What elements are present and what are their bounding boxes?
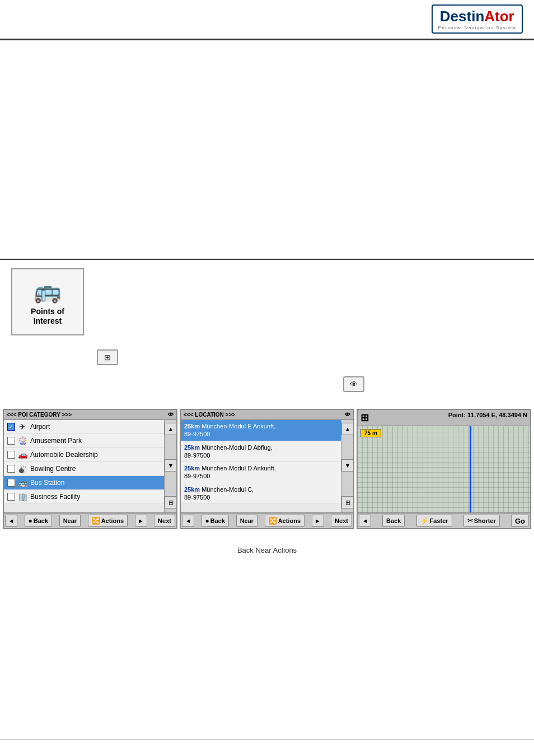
- logo-destin: Destin: [440, 8, 484, 25]
- list-item[interactable]: 🎡 Amusement Park: [4, 434, 164, 448]
- location-grid-icon[interactable]: ⊞: [341, 496, 353, 508]
- category-back-button[interactable]: ● Back: [25, 515, 53, 527]
- poi-icon-box[interactable]: 🚌 Points ofInterest: [11, 268, 84, 335]
- faster-icon: ⚡: [420, 517, 429, 525]
- category-near-button[interactable]: Near: [59, 515, 81, 527]
- map-info-bar: ⊞ Point: 11.7054 E, 48.3494 N: [358, 410, 530, 426]
- list-item[interactable]: 🚌 Bus Station: [4, 476, 164, 490]
- scroll-down-arrow[interactable]: ▼: [165, 459, 176, 472]
- loc-actions-icon: 🔀: [269, 517, 277, 525]
- list-item[interactable]: 25km München-Modul D Ankunft, 89-97500: [181, 462, 341, 483]
- three-panel-wrapper: <<< POI CATEGORY >>> 👁 ✈ Airport 🎡: [0, 409, 534, 529]
- category-actions-button[interactable]: 🔀 Actions: [88, 515, 128, 527]
- logo-ator: Ator: [484, 8, 514, 25]
- actions-icon: 🔀: [92, 517, 100, 525]
- bottom-center-text: Back Near Actions: [237, 546, 297, 554]
- business-facility-checkbox[interactable]: [7, 493, 15, 501]
- list-item[interactable]: 🎳 Bowling Centre: [4, 462, 164, 476]
- bus-station-checkbox[interactable]: [7, 479, 15, 487]
- bus-station-label: Bus Station: [30, 479, 64, 487]
- category-scroll-arrows: ▲ ▼ ⊞: [164, 420, 176, 512]
- keyboard-icon-button[interactable]: ⊞: [97, 349, 118, 365]
- loc1-dist: 25km: [184, 423, 200, 430]
- loc-back-icon: ●: [205, 517, 209, 525]
- list-item[interactable]: 🚗 Automobile Dealership: [4, 448, 164, 462]
- poi-category-body: ✈ Airport 🎡 Amusement Park 🚗 Automobile …: [4, 420, 176, 512]
- location-eye-icon[interactable]: 👁: [345, 412, 350, 418]
- loc-scroll-down[interactable]: ▼: [341, 459, 353, 472]
- automobile-checkbox[interactable]: [7, 451, 15, 459]
- list-item[interactable]: 25km München-Modul D Abflug, 89-97500: [181, 441, 341, 463]
- poi-category-list-col: ✈ Airport 🎡 Amusement Park 🚗 Automobile …: [4, 420, 164, 512]
- poi-category-title: <<< POI CATEGORY >>>: [7, 412, 72, 418]
- list-item[interactable]: ✈ Airport: [4, 420, 164, 434]
- location-actions-button[interactable]: 🔀 Actions: [265, 515, 305, 527]
- amusement-park-checkbox[interactable]: [7, 437, 15, 445]
- logo-container: DestinAtor Personal Navigation System: [432, 4, 523, 34]
- bottom-center-area: Back Near Actions: [0, 540, 534, 560]
- bowling-label: Bowling Centre: [30, 465, 76, 473]
- loc3-dist: 25km: [184, 465, 200, 472]
- automobile-icon: 🚗: [17, 450, 27, 460]
- airport-label: Airport: [30, 423, 50, 431]
- loc4-postal: 89-97500: [184, 494, 210, 501]
- location-scroll-arrows: ▲ ▼ ⊞: [341, 420, 353, 512]
- business-facility-label: Business Facility: [30, 493, 80, 501]
- map-shorter-button[interactable]: ✂ Shorter: [463, 515, 500, 527]
- category-next-arrow[interactable]: ►: [135, 515, 147, 527]
- map-panel: ⊞ Point: 11.7054 E, 48.3494 N 75 m ◄ Bac…: [357, 409, 531, 529]
- loc-scroll-up[interactable]: ▲: [341, 423, 353, 435]
- automobile-label: Automobile Dealership: [30, 451, 98, 459]
- map-back-arrow[interactable]: ◄: [359, 515, 371, 527]
- map-back-button[interactable]: Back: [382, 515, 405, 527]
- loc1-name: München-Modul E Ankunft,: [202, 423, 275, 430]
- location-back-arrow[interactable]: ◄: [182, 515, 194, 527]
- panel-row: <<< POI CATEGORY >>> 👁 ✈ Airport 🎡: [3, 409, 531, 529]
- loc4-dist: 25km: [184, 486, 200, 493]
- location-next-arrow[interactable]: ►: [312, 515, 324, 527]
- list-item[interactable]: 🏢 Business Facility: [4, 490, 164, 504]
- business-facility-icon: 🏢: [17, 492, 27, 502]
- list-item[interactable]: 25km München-Modul E Ankunft, 89-97500: [181, 420, 341, 441]
- location-title: <<< LOCATION >>>: [184, 412, 235, 418]
- content-area-top: [0, 40, 534, 259]
- location-near-button[interactable]: Near: [236, 515, 257, 527]
- poi-category-eye-icon[interactable]: 👁: [168, 412, 174, 418]
- map-body: 75 m: [358, 426, 530, 512]
- category-grid-icon[interactable]: ⊞: [165, 496, 176, 508]
- location-back-button[interactable]: ● Back: [202, 515, 229, 527]
- loc2-name: München-Modul D Abflug,: [202, 444, 273, 451]
- map-go-button[interactable]: Go: [511, 515, 529, 527]
- bowling-icon: 🎳: [17, 464, 27, 474]
- map-grid-pattern: [358, 426, 530, 512]
- poi-category-header: <<< POI CATEGORY >>> 👁: [4, 410, 176, 420]
- poi-section: 🚌 Points ofInterest: [0, 260, 534, 344]
- category-next-button[interactable]: Next: [154, 515, 175, 527]
- amusement-park-label: Amusement Park: [30, 437, 82, 445]
- location-next-button[interactable]: Next: [331, 515, 352, 527]
- desc-para-2: 👁: [11, 376, 366, 392]
- page-footer: [0, 739, 534, 756]
- map-grid-icon: ⊞: [360, 412, 369, 424]
- airport-icon: ✈: [17, 422, 27, 432]
- map-faster-button[interactable]: ⚡ Faster: [416, 515, 452, 527]
- scroll-up-arrow[interactable]: ▲: [165, 423, 176, 435]
- location-panel: <<< LOCATION >>> 👁 25km München-Modul E …: [180, 409, 354, 529]
- category-back-arrow[interactable]: ◄: [5, 515, 17, 527]
- app-header: DestinAtor Personal Navigation System: [0, 0, 534, 39]
- airport-checkbox[interactable]: [7, 423, 15, 431]
- logo-text: DestinAtor: [440, 8, 514, 25]
- eye-icon-button[interactable]: 👁: [343, 376, 364, 392]
- map-background[interactable]: 75 m: [358, 426, 530, 512]
- bowling-checkbox[interactable]: [7, 465, 15, 473]
- logo-subtitle: Personal Navigation System: [438, 25, 517, 30]
- map-route-line: [470, 426, 471, 512]
- location-nav-bar: ◄ ● Back Near 🔀 Actions ► Next: [181, 512, 353, 528]
- location-list-col: 25km München-Modul E Ankunft, 89-97500 2…: [181, 420, 341, 512]
- poi-description-area: [84, 268, 523, 279]
- loc3-name: München-Modul D Ankunft,: [202, 465, 276, 472]
- desc-para-1: ⊞: [90, 349, 523, 365]
- poi-label: Points ofInterest: [31, 307, 64, 326]
- list-item[interactable]: 25km München-Modul C, 89-97500: [181, 483, 341, 505]
- shorter-icon: ✂: [467, 517, 473, 525]
